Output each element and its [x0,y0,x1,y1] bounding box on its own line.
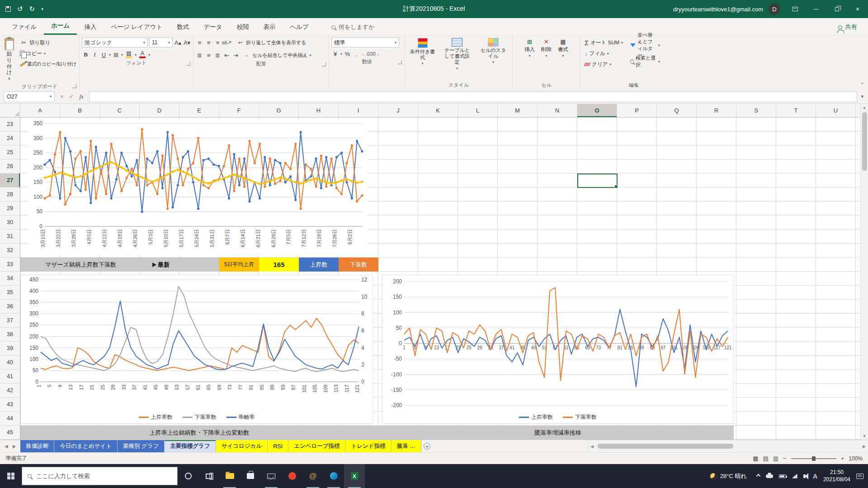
fill-color-button[interactable]: ▨ [124,50,133,59]
row-header-31[interactable]: 31 [0,230,20,244]
up-count-cell[interactable]: 上昇数 [299,258,339,272]
sheet-tab-2[interactable]: 今日のまとめサイト [54,440,118,452]
horizontal-scroll-thumb[interactable] [598,444,733,449]
taskbar-app-cortana[interactable] [178,464,198,488]
zoom-in-icon[interactable]: + [841,455,844,462]
taskbar-app-store[interactable] [240,464,261,488]
taskbar-app-mail[interactable] [261,464,282,488]
qat-customize-icon[interactable]: ▾ [41,7,43,11]
row-header-41[interactable]: 41 [0,370,20,384]
taskbar-app-mail-at[interactable]: @ [302,464,323,488]
row-header-23[interactable]: 23 [0,117,20,131]
ribbon-display-options-button[interactable] [785,0,806,18]
dialog-launcher-icon[interactable] [72,84,76,88]
row-header-25[interactable]: 25 [0,145,20,160]
taskbar-search[interactable]: ここに入力して検索 [22,467,178,485]
font-name-select[interactable]: 游ゴシック▾ [82,38,148,47]
currency-format-icon[interactable]: ¥ [331,50,339,58]
column-header-O[interactable]: O [577,104,617,117]
delete-cells-button[interactable]: ✕ 削除 ▾ [539,37,554,59]
zoom-slider[interactable] [791,458,836,459]
orientation-icon[interactable]: ab↗ [223,39,231,47]
font-color-button[interactable]: A [138,50,147,59]
banner33-title-cell[interactable]: マザーズ銘柄上昇数下落数 最新 [20,258,219,272]
italic-button[interactable]: I [91,51,99,59]
wrap-text-button[interactable]: ↩折り返して全体を表示する [235,38,308,47]
tab-view[interactable]: 表示 [256,19,283,35]
row-header-39[interactable]: 39 [0,342,20,356]
row-header-26[interactable]: 26 [0,160,20,174]
dialog-launcher-icon[interactable] [398,60,402,64]
zoom-out-icon[interactable]: − [783,455,787,462]
row-header-24[interactable]: 24 [0,131,20,145]
tab-file[interactable]: ファイル [5,19,44,35]
chart-advance-decline[interactable]: -200-150-100-500501001502001591317212529… [382,275,734,424]
row-header-36[interactable]: 36 [0,300,20,314]
column-header-A[interactable]: A [20,104,60,117]
chart-mothers-daily[interactable]: 0501001502002503003503月15日3月22日3月29日4月5日… [28,120,368,255]
row-header-34[interactable]: 34 [0,272,20,286]
sheet-tab-8[interactable]: トレンド指標 [346,440,392,452]
taskbar-app-edge[interactable] [323,464,344,488]
row-header-44[interactable]: 44 [0,412,20,426]
cut-button[interactable]: ✂切り取り [18,38,78,47]
restore-button[interactable] [826,0,847,18]
column-header-L[interactable]: L [458,104,498,117]
column-header-C[interactable]: C [100,104,140,117]
scroll-left-icon[interactable]: ◀ [588,444,596,449]
column-header-J[interactable]: J [378,104,418,117]
avatar[interactable]: D [769,3,780,15]
scroll-right-icon[interactable]: ▶ [860,444,868,449]
copy-button[interactable]: コピー▾ [18,48,78,58]
tab-help[interactable]: ヘルプ [283,19,316,35]
scroll-up-icon[interactable]: ▲ [863,104,867,111]
row-header-45[interactable]: 45 [0,426,20,440]
start-button[interactable] [0,464,22,488]
sheet-tab-6[interactable]: RSI [268,440,288,452]
column-header-G[interactable]: G [259,104,299,117]
sheet-tab-4[interactable]: 主要指標グラフ [165,440,216,452]
row-header-33[interactable]: 33 [0,258,20,272]
column-header-D[interactable]: D [140,104,179,117]
column-header-U[interactable]: U [816,104,856,117]
column-header-K[interactable]: K [418,104,458,117]
column-header-Q[interactable]: Q [657,104,697,117]
row-header-28[interactable]: 28 [0,188,20,202]
taskbar-app-task-view[interactable] [198,464,219,488]
page-break-view-icon[interactable]: ▥ [773,455,778,462]
dialog-launcher-icon[interactable] [322,62,326,66]
row-header-27[interactable]: 27 [0,174,20,188]
underline-button[interactable]: U [100,51,108,59]
borders-icon[interactable]: ⊞ [112,51,120,59]
tell-me-search[interactable]: 何をしますか [324,19,382,35]
battery-icon[interactable] [779,474,786,478]
column-header-I[interactable]: I [339,104,378,117]
taskbar-app-browser-red[interactable] [282,464,302,488]
row-header-30[interactable]: 30 [0,216,20,230]
save-icon[interactable] [5,6,11,12]
undo-icon[interactable]: ↺ [17,5,23,13]
account-email[interactable]: dryyourtearswithlove1@gmail.com [673,6,763,13]
merge-center-button[interactable]: ⇔セルを結合して中央揃え▾ [241,50,313,60]
volume-icon[interactable] [803,474,806,478]
font-size-select[interactable]: 11▾ [149,38,173,47]
tab-scroll-right-icon[interactable]: ▶ [13,444,16,449]
formula-input[interactable] [89,91,858,102]
sort-filter-button[interactable]: 並べ替えとフィルター▾ [628,38,662,53]
taskbar-app-excel[interactable]: X [344,464,365,488]
page-layout-view-icon[interactable]: ▤ [763,455,769,462]
format-as-table-button[interactable]: テーブルとして書式設定 ▾ [440,37,474,72]
ime-indicator[interactable]: A [813,473,817,480]
name-box[interactable]: O27▾ [4,91,55,102]
number-format-select[interactable]: 標準▾ [331,38,399,47]
notification-center-icon[interactable] [856,474,863,479]
column-header-T[interactable]: T [776,104,816,117]
enter-icon[interactable]: ✓ [69,93,74,100]
minimize-button[interactable] [806,0,826,18]
column-header-E[interactable]: E [179,104,219,117]
collapse-ribbon-icon[interactable]: ⌃ [860,82,864,88]
weather-widget[interactable]: 28°C 晴れ [705,464,752,488]
row-header-29[interactable]: 29 [0,202,20,216]
avg-value-cell[interactable]: 165 [259,258,299,272]
paste-button[interactable]: 貼り付け ▼ [2,37,16,83]
